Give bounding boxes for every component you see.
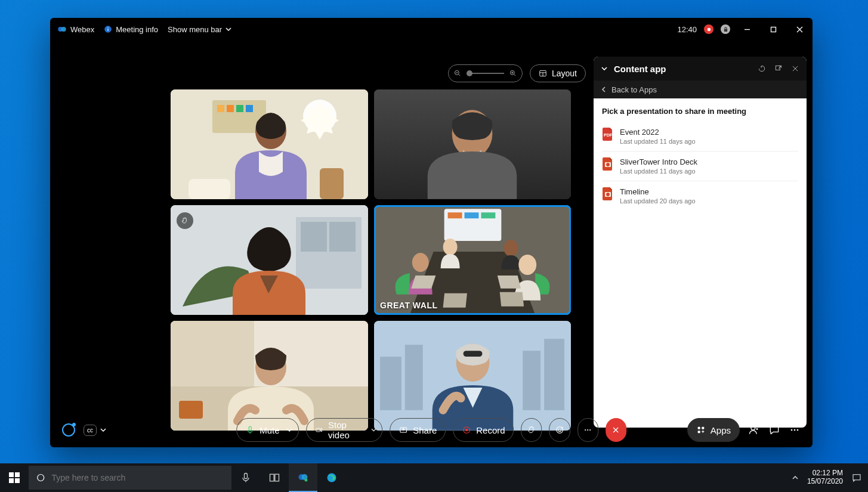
zoom-in-icon — [509, 69, 517, 78]
svg-point-75 — [791, 429, 793, 431]
svg-rect-71 — [697, 427, 700, 429]
chat-icon[interactable] — [768, 424, 780, 436]
svg-rect-39 — [498, 276, 521, 289]
share-label: Share — [413, 425, 437, 435]
assistant-icon[interactable] — [62, 423, 75, 437]
app-window: Webex Meeting info Show menu bar 12:40 — [50, 18, 813, 447]
meeting-info-label: Meeting info — [116, 25, 158, 34]
refresh-icon[interactable] — [758, 64, 766, 73]
svg-point-70 — [589, 429, 591, 431]
chevron-down-icon[interactable] — [601, 65, 608, 72]
maximize-button[interactable] — [764, 20, 783, 39]
ppt-icon — [602, 187, 614, 200]
share-button[interactable]: Share — [390, 418, 446, 442]
svg-point-77 — [797, 429, 799, 431]
svg-rect-32 — [481, 212, 495, 218]
participant-thumb — [374, 205, 571, 315]
system-clock[interactable]: 02:12 PM 15/07/2020 — [807, 469, 843, 486]
header-time: 12:40 — [677, 25, 697, 34]
more-icon — [583, 425, 592, 435]
svg-rect-38 — [411, 276, 435, 289]
cc-button[interactable]: cc — [84, 425, 106, 436]
svg-point-88 — [305, 479, 308, 482]
notifications-icon[interactable] — [851, 472, 862, 483]
svg-point-37 — [518, 255, 536, 275]
hand-icon — [527, 425, 536, 435]
more-icon[interactable] — [789, 424, 801, 436]
svg-point-59 — [606, 193, 610, 196]
record-button[interactable]: Record — [453, 418, 514, 442]
participants-icon[interactable] — [748, 424, 760, 436]
svg-text:PDF: PDF — [604, 133, 613, 137]
svg-rect-84 — [270, 474, 274, 481]
panel-prompt: Pick a presentation to share in meeting — [602, 107, 798, 116]
svg-point-82 — [38, 475, 44, 481]
webex-icon — [297, 471, 309, 483]
close-icon[interactable] — [791, 64, 799, 73]
taskbar-search[interactable] — [29, 466, 231, 490]
participant-thumb — [374, 89, 571, 199]
camera-icon — [316, 425, 323, 435]
recording-indicator[interactable] — [704, 24, 713, 34]
show-menubar-label: Show menu bar — [168, 25, 222, 34]
svg-point-1 — [61, 27, 66, 32]
meeting-info-button[interactable]: Meeting info — [104, 25, 158, 34]
taskbar-mic[interactable] — [231, 463, 260, 492]
svg-rect-15 — [236, 105, 243, 112]
svg-rect-72 — [702, 427, 704, 429]
back-to-apps-button[interactable]: Back to Apps — [594, 81, 807, 98]
mute-button[interactable]: Mute — [236, 418, 299, 442]
apps-icon — [696, 425, 706, 435]
end-call-button[interactable] — [606, 418, 626, 442]
search-input[interactable] — [51, 473, 224, 482]
stop-video-button[interactable]: Stop video — [307, 418, 383, 442]
microphone-icon — [245, 425, 255, 435]
svg-rect-6 — [724, 29, 727, 32]
lock-indicator[interactable] — [721, 24, 730, 34]
reactions-button[interactable] — [549, 418, 570, 442]
video-tile-active[interactable]: GREAT WALL — [374, 205, 571, 315]
video-tile[interactable] — [374, 89, 571, 199]
info-icon — [104, 25, 112, 33]
svg-rect-78 — [9, 472, 14, 477]
video-grid: GREAT WALL — [171, 89, 571, 431]
share-icon — [399, 425, 408, 435]
svg-rect-14 — [227, 105, 234, 112]
more-options-button[interactable] — [577, 418, 598, 442]
presentation-item[interactable]: SliverTower Intro DeckLast updated 11 da… — [602, 151, 798, 181]
svg-rect-60 — [249, 426, 251, 431]
svg-rect-51 — [544, 339, 564, 410]
raise-hand-button[interactable] — [521, 418, 542, 442]
svg-rect-50 — [523, 351, 540, 410]
svg-point-74 — [751, 426, 755, 430]
back-label: Back to Apps — [611, 85, 657, 94]
apps-button[interactable]: Apps — [687, 418, 740, 442]
content-app-panel: Content app Back to Apps Pick a presenta… — [594, 57, 807, 428]
brand: Webex — [57, 24, 94, 34]
clock-time: 02:12 PM — [807, 469, 843, 478]
svg-rect-16 — [246, 105, 253, 112]
zoom-slider[interactable] — [448, 64, 523, 82]
presentation-item[interactable]: TimelineLast updated 20 days ago — [602, 181, 798, 211]
cc-icon: cc — [84, 425, 97, 436]
taskbar-app-edge[interactable] — [317, 463, 346, 492]
video-tile[interactable] — [171, 89, 368, 199]
layout-button[interactable]: Layout — [530, 64, 586, 82]
tile-name: GREAT WALL — [380, 301, 438, 310]
svg-rect-73 — [697, 431, 700, 433]
start-button[interactable] — [0, 463, 29, 492]
taskbar-app-webex[interactable] — [289, 463, 317, 492]
edge-icon — [326, 472, 338, 484]
emoji-icon — [555, 425, 564, 435]
task-view-button[interactable] — [260, 463, 289, 492]
taskbar: 02:12 PM 15/07/2020 — [0, 463, 868, 492]
video-tile[interactable] — [171, 205, 368, 315]
svg-rect-80 — [9, 478, 14, 483]
tray-chevron-icon[interactable] — [792, 474, 799, 481]
svg-rect-13 — [217, 105, 224, 112]
close-button[interactable] — [790, 20, 809, 39]
minimize-button[interactable] — [737, 20, 756, 39]
popout-icon[interactable] — [774, 64, 783, 73]
presentation-item[interactable]: PDF Event 2022Last updated 11 days ago — [602, 122, 798, 151]
show-menubar-button[interactable]: Show menu bar — [168, 25, 231, 34]
